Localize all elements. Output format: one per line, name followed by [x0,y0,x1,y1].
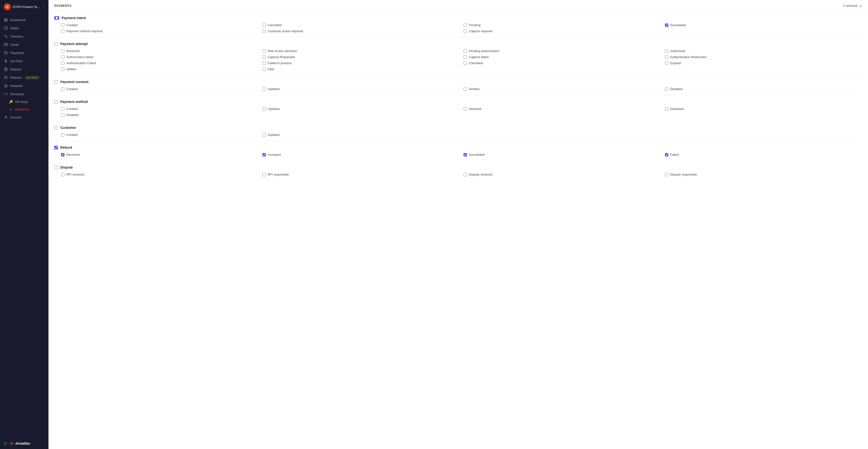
list-item[interactable]: Pending authorization [464,49,661,53]
checkbox-dispute-2[interactable] [464,173,467,176]
sidebar-item-developer[interactable]: Developer [0,90,49,98]
checkbox-refund-0[interactable] [61,153,64,156]
checkbox-payment-method-2[interactable] [464,107,467,111]
checkbox-payment-consent-3[interactable] [665,88,668,91]
list-item[interactable]: Succeeded [464,153,661,156]
section-checkbox-refund[interactable] [54,146,58,150]
checkbox-customer-1[interactable] [262,133,266,137]
checkbox-payment-attempt-6[interactable] [464,56,467,59]
checkbox-payment-method-1[interactable] [262,107,266,111]
checkbox-payment-attempt-5[interactable] [262,56,266,59]
list-item[interactable]: Verified [464,87,661,91]
list-item[interactable]: Created [61,107,258,111]
list-item[interactable]: Cancelled [262,23,460,27]
checkbox-payment-attempt-8[interactable] [61,62,64,65]
sidebar-item-payments[interactable]: Payments [0,49,49,57]
sidebar-sub-item-webhooks[interactable]: ● Webhooks [0,105,49,113]
sidebar-header[interactable]: G GTPN Product Te... ⌄ [0,0,49,14]
checkbox-payment-consent-1[interactable] [262,88,266,91]
section-checkbox-payment-consent[interactable] [54,80,58,84]
checkbox-payment-attempt-7[interactable] [665,56,668,59]
sidebar-item-referral[interactable]: Referral Earn $200! [0,73,49,82]
list-item[interactable]: Authentication Failed [61,61,258,65]
checkbox-payment-attempt-3[interactable] [665,50,668,53]
checkbox-customer-0[interactable] [61,133,64,137]
list-item[interactable]: Capture Requested [262,55,460,59]
checkbox-payment-intent-4[interactable] [61,30,64,33]
sidebar-sub-item-api-keys[interactable]: 🔑 API Keys [0,98,49,105]
checkbox-payment-attempt-11[interactable] [665,62,668,65]
checkbox-payment-intent-5[interactable] [262,30,266,33]
list-item[interactable]: Failed to process [262,61,460,65]
list-item[interactable]: Dispute received [464,173,661,176]
menu-icon[interactable]: ☰ [4,442,7,445]
list-item[interactable]: Attached [464,107,661,111]
list-item[interactable]: RFI received [61,173,258,176]
list-item[interactable]: Received [61,49,258,53]
list-item[interactable]: Authorization failed [61,55,258,59]
checkbox-payment-intent-2[interactable] [464,24,467,27]
list-item[interactable]: Risk screen declined [262,49,460,53]
checkbox-refund-2[interactable] [464,153,467,156]
checkbox-payment-attempt-0[interactable] [61,50,64,53]
checkbox-payment-attempt-10[interactable] [464,62,467,65]
list-item[interactable]: Received [61,153,258,156]
list-item[interactable]: Authentication Redirected [665,55,862,59]
list-item[interactable]: Created [61,133,258,137]
checkbox-payment-attempt-2[interactable] [464,50,467,53]
list-item[interactable]: Succeeded [665,23,862,27]
list-item[interactable]: Capture failed [464,55,661,59]
section-checkbox-customer[interactable] [54,126,58,130]
list-item[interactable]: Expired [665,61,862,65]
list-item[interactable]: Created [61,23,258,27]
section-checkbox-payment-method[interactable] [54,100,58,104]
list-item[interactable]: Authorized [665,49,862,53]
list-item[interactable]: Disabled [61,113,258,117]
sidebar-item-wallet[interactable]: Wallet [0,24,49,32]
list-item[interactable]: Detached [665,107,862,111]
sidebar-item-reports[interactable]: Reports [0,65,49,73]
list-item[interactable]: Created [61,87,258,91]
list-item[interactable]: RFI responded [262,173,460,176]
list-item[interactable]: Payment method required [61,29,258,33]
checkbox-refund-3[interactable] [665,153,668,156]
list-item[interactable]: Dispute responded [665,173,862,176]
checkbox-payment-attempt-9[interactable] [262,62,266,65]
checkbox-payment-method-4[interactable] [61,113,64,117]
sidebar-item-rewards[interactable]: Rewards [0,82,49,90]
checkbox-refund-1[interactable] [262,153,266,156]
checkbox-payment-method-3[interactable] [665,107,668,111]
section-checkbox-dispute[interactable] [54,166,58,169]
section-checkbox-payment-attempt[interactable] [54,42,58,46]
list-item[interactable]: Updated [262,133,460,137]
checkbox-dispute-1[interactable] [262,173,266,176]
checkbox-payment-attempt-4[interactable] [61,56,64,59]
checkbox-payment-attempt-12[interactable] [61,68,64,71]
list-item[interactable]: Updated [262,87,460,91]
list-item[interactable]: Capture required [464,29,661,33]
list-item[interactable]: Failed [665,153,862,156]
list-item[interactable]: Customer action required [262,29,460,33]
list-item[interactable]: Updated [262,107,460,111]
list-item[interactable]: Cancelled [464,61,661,65]
checkbox-dispute-0[interactable] [61,173,64,176]
checkbox-payment-intent-3[interactable] [665,24,668,27]
checkbox-payment-intent-1[interactable] [262,24,266,27]
list-item[interactable]: Settled [61,67,258,71]
list-item[interactable]: Pending [464,23,661,27]
sidebar-item-cards[interactable]: Cards [0,40,49,49]
checkbox-payment-intent-6[interactable] [464,30,467,33]
list-item[interactable]: Disabled [665,87,862,91]
checkbox-payment-attempt-1[interactable] [262,50,266,53]
checkbox-payment-consent-2[interactable] [464,88,467,91]
list-item[interactable]: Accepted [262,153,460,156]
checkbox-payment-consent-0[interactable] [61,88,64,91]
sidebar-item-get-paid[interactable]: Get Paid [0,57,49,65]
sidebar-item-transfers[interactable]: Transfers [0,32,49,40]
sidebar-item-dashboard[interactable]: Dashboard [0,16,49,24]
sidebar-item-account[interactable]: Account [0,113,49,121]
checkbox-payment-method-0[interactable] [61,107,64,111]
checkbox-payment-intent-0[interactable] [61,24,64,27]
list-item[interactable]: Paid [262,67,460,71]
checkbox-payment-attempt-13[interactable] [262,68,266,71]
